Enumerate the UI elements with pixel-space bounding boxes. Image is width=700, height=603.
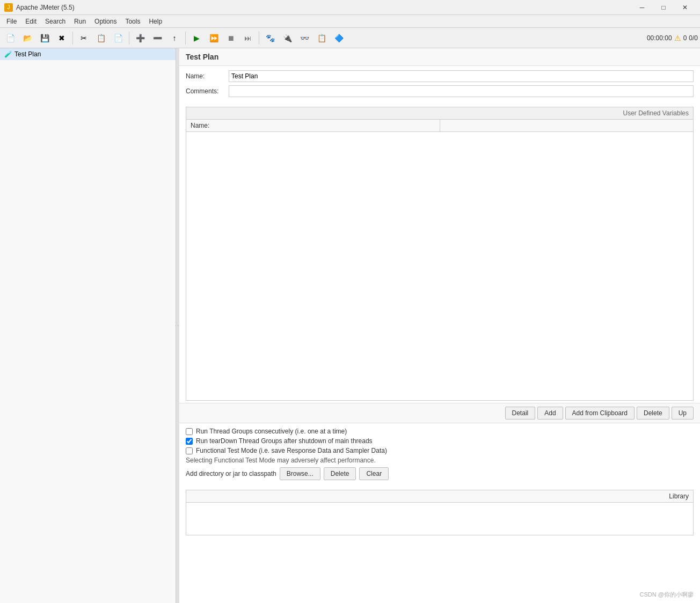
variables-section: User Defined Variables Name: — [186, 107, 694, 401]
table-buttons: Detail Add Add from Clipboard Delete Up — [179, 403, 700, 423]
clear-all-button[interactable]: 🔌 — [279, 30, 295, 46]
start-no-pause-button[interactable]: ⏩ — [206, 30, 222, 46]
browse-button[interactable]: Browse... — [280, 467, 320, 480]
form-section: Name: Comments: — [179, 66, 700, 105]
library-header: Library — [186, 490, 693, 503]
right-panel: Test Plan Name: Comments: User Defined V… — [179, 48, 700, 603]
menu-search[interactable]: Search — [41, 17, 70, 26]
separator-2 — [129, 32, 129, 45]
left-panel: 🧪 Test Plan — [0, 48, 176, 603]
clear-button[interactable]: 🐾 — [262, 30, 278, 46]
teardown-checkbox[interactable] — [186, 438, 193, 445]
log-viewer-button[interactable]: 📋 — [313, 30, 330, 46]
title-bar: J Apache JMeter (5.5) ─ □ ✕ — [0, 0, 700, 15]
checkbox-row-2: Run tearDown Thread Groups after shutdow… — [186, 437, 694, 445]
col-value-header — [440, 120, 694, 131]
toolbar-right: 00:00:00 ⚠ 0 0/0 — [647, 34, 698, 42]
library-body — [186, 503, 693, 535]
variables-table-body — [186, 132, 693, 400]
menu-file[interactable]: File — [2, 17, 21, 26]
functional-mode-checkbox[interactable] — [186, 447, 193, 454]
detail-button[interactable]: Detail — [505, 407, 536, 420]
consecutive-checkbox[interactable] — [186, 428, 193, 435]
close-button[interactable]: ✕ — [674, 0, 696, 15]
shutdown-button[interactable]: ⏭ — [240, 30, 256, 46]
menu-run[interactable]: Run — [70, 17, 90, 26]
name-row: Name: — [186, 70, 694, 82]
menu-help[interactable]: Help — [144, 17, 166, 26]
clear-classpath-button[interactable]: Clear — [359, 467, 389, 480]
remove-button[interactable]: ➖ — [149, 30, 165, 46]
variables-title: User Defined Variables — [623, 109, 689, 117]
name-input[interactable] — [229, 70, 694, 82]
menu-tools[interactable]: Tools — [121, 17, 144, 26]
separator-4 — [259, 32, 259, 45]
testplan-icon: 🧪 — [4, 50, 12, 58]
minimize-button[interactable]: ─ — [631, 0, 653, 15]
classpath-row: Add directory or jar to classpath Browse… — [186, 467, 694, 480]
close-test-button[interactable]: ✖ — [54, 30, 70, 46]
content-title: Test Plan — [186, 53, 218, 61]
cut-button[interactable]: ✂ — [76, 30, 92, 46]
separator-1 — [72, 32, 73, 45]
maximize-button[interactable]: □ — [653, 0, 674, 15]
checkbox-row-3: Functional Test Mode (i.e. save Response… — [186, 447, 694, 454]
comments-label: Comments: — [186, 87, 229, 95]
new-button[interactable]: 📄 — [2, 30, 18, 46]
error-count: 0/0 — [689, 34, 698, 42]
checkbox-row-1: Run Thread Groups consecutively (i.e. on… — [186, 428, 694, 435]
add-row-button[interactable]: Add — [537, 407, 563, 420]
table-header: Name: — [186, 120, 693, 132]
start-button[interactable]: ▶ — [188, 30, 205, 46]
library-section: Library — [186, 490, 694, 535]
comments-row: Comments: — [186, 85, 694, 97]
variables-header: User Defined Variables — [186, 107, 693, 120]
paste-button[interactable]: 📄 — [110, 30, 126, 46]
add-button[interactable]: ➕ — [132, 30, 148, 46]
tree-item-label: Test Plan — [14, 50, 41, 58]
menu-bar: File Edit Search Run Options Tools Help — [0, 15, 700, 28]
open-button[interactable]: 📂 — [19, 30, 35, 46]
save-button[interactable]: 💾 — [37, 30, 53, 46]
teardown-label: Run tearDown Thread Groups after shutdow… — [196, 437, 373, 445]
help-button[interactable]: 🔷 — [331, 30, 347, 46]
main-layout: 🧪 Test Plan ⋮ Test Plan Name: Comments: … — [0, 48, 700, 603]
classpath-label: Add directory or jar to classpath — [186, 470, 276, 477]
content-header: Test Plan — [179, 48, 700, 66]
watermark: CSDN @你的小啊廖 — [640, 591, 694, 599]
info-text: Selecting Functional Test Mode may adver… — [186, 457, 694, 464]
comments-input[interactable] — [229, 85, 694, 97]
options-section: Run Thread Groups consecutively (i.e. on… — [179, 423, 700, 488]
up-button[interactable]: Up — [672, 407, 694, 420]
timer-display: 00:00:00 — [647, 34, 672, 42]
separator-3 — [185, 32, 186, 45]
menu-options[interactable]: Options — [90, 17, 121, 26]
delete-classpath-button[interactable]: Delete — [324, 467, 356, 480]
consecutive-label: Run Thread Groups consecutively (i.e. on… — [196, 428, 347, 435]
tree-item-testplan[interactable]: 🧪 Test Plan — [0, 48, 176, 60]
col-name-header: Name: — [186, 120, 440, 131]
window-controls: ─ □ ✕ — [631, 0, 696, 15]
copy-button[interactable]: 📋 — [93, 30, 109, 46]
name-label: Name: — [186, 72, 229, 80]
app-title: Apache JMeter (5.5) — [16, 4, 75, 11]
functional-mode-label: Functional Test Mode (i.e. save Response… — [196, 447, 387, 454]
add-clipboard-button[interactable]: Add from Clipboard — [565, 407, 635, 420]
toolbar: 📄 📂 💾 ✖ ✂ 📋 📄 ➕ ➖ ↑ ▶ ⏩ ⏹ ⏭ 🐾 🔌 👓 📋 🔷 00… — [0, 28, 700, 48]
warning-count: 0 — [683, 34, 687, 42]
menu-edit[interactable]: Edit — [21, 17, 41, 26]
delete-row-button[interactable]: Delete — [637, 407, 669, 420]
move-up-button[interactable]: ↑ — [166, 30, 183, 46]
stop-button[interactable]: ⏹ — [223, 30, 239, 46]
app-icon: J — [4, 3, 13, 12]
warning-icon: ⚠ — [674, 34, 681, 42]
search-button[interactable]: 👓 — [296, 30, 312, 46]
